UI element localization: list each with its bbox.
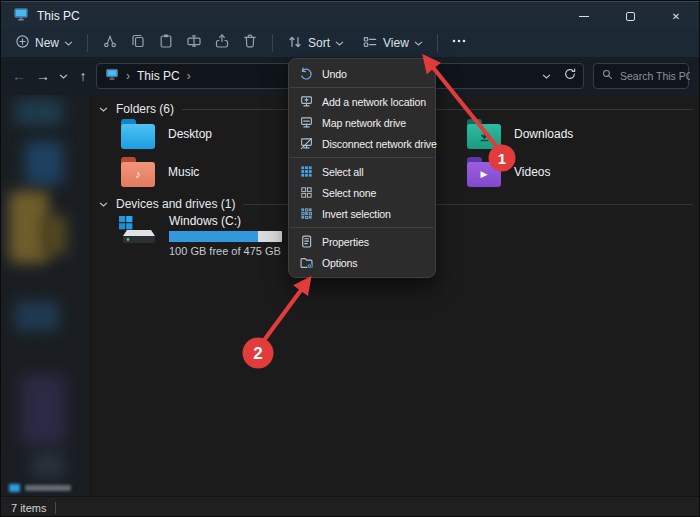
drive-usage-fill — [169, 231, 258, 242]
navigation-pane — [1, 95, 91, 496]
see-more-button[interactable] — [446, 31, 472, 55]
collapse-chevron-icon — [99, 202, 108, 207]
forward-button[interactable]: → — [31, 68, 55, 84]
drive-name: Windows (C:) — [169, 214, 282, 228]
minimize-icon — [579, 16, 589, 17]
blurred-label — [25, 485, 71, 491]
folder-tile-downloads[interactable]: Downloads — [467, 119, 573, 149]
view-icon — [362, 34, 378, 53]
close-icon: ✕ — [672, 11, 680, 22]
group-divider — [182, 109, 693, 110]
drive-capacity-text: 100 GB free of 475 GB — [169, 245, 282, 257]
map-network-drive-icon — [298, 115, 314, 131]
menu-item-invert-selection[interactable]: Invert selection — [289, 203, 435, 224]
plus-circle-icon — [15, 34, 30, 52]
menu-item-select-all[interactable]: Select all — [289, 161, 435, 182]
chevron-down-icon — [335, 41, 344, 46]
cut-button[interactable] — [96, 31, 124, 55]
maximize-button[interactable] — [607, 2, 653, 30]
file-explorer-window: This PC ✕ New Sort View — [0, 0, 700, 517]
copy-icon — [130, 33, 146, 53]
menu-separator — [290, 227, 434, 228]
recent-locations-button[interactable] — [55, 74, 71, 79]
trash-icon — [242, 33, 258, 53]
add-network-location-icon — [298, 94, 314, 110]
toolbar-separator — [272, 34, 273, 52]
view-button-label: View — [383, 36, 409, 50]
rename-icon — [186, 33, 202, 53]
search-box[interactable] — [593, 63, 689, 89]
ellipsis-icon — [451, 33, 467, 53]
minimize-button[interactable] — [561, 2, 607, 30]
delete-button[interactable] — [236, 31, 264, 55]
downloads-folder-icon — [467, 124, 501, 149]
desktop-folder-icon — [121, 124, 155, 149]
menu-item-properties[interactable]: Properties — [289, 231, 435, 252]
paste-icon — [158, 33, 174, 53]
status-bar: 7 items — [1, 496, 699, 517]
blurred-sidebar-item — [31, 451, 65, 479]
blurred-sidebar-item — [15, 301, 59, 331]
rename-button[interactable] — [180, 31, 208, 55]
blurred-sidebar-item — [21, 375, 65, 445]
folder-tile-music[interactable]: ♪ Music — [121, 157, 199, 187]
breadcrumb-chevron: › — [126, 69, 130, 83]
blurred-sidebar-item — [41, 215, 67, 255]
back-button[interactable]: ← — [7, 68, 31, 84]
menu-separator — [290, 87, 434, 88]
folder-tile-videos[interactable]: ▶ Videos — [467, 157, 550, 187]
options-icon — [298, 255, 314, 271]
folder-name: Downloads — [514, 127, 573, 141]
this-pc-icon — [105, 67, 119, 85]
disconnect-network-drive-icon — [298, 136, 314, 152]
share-icon — [214, 33, 230, 53]
music-folder-icon: ♪ — [121, 162, 155, 187]
network-icon — [9, 484, 20, 492]
music-note-icon: ♪ — [135, 169, 141, 180]
breadcrumb[interactable]: This PC — [137, 69, 180, 83]
item-count: 7 items — [11, 502, 46, 514]
invert-selection-icon — [298, 206, 314, 222]
folder-name: Music — [168, 165, 199, 179]
menu-item-options[interactable]: Options — [289, 252, 435, 273]
undo-icon — [298, 66, 314, 82]
new-button-label: New — [35, 36, 59, 50]
paste-button[interactable] — [152, 31, 180, 55]
sort-button[interactable]: Sort — [281, 31, 350, 55]
drive-usage-bar — [169, 231, 282, 242]
blurred-sidebar-item — [25, 141, 63, 185]
new-button[interactable]: New — [9, 31, 79, 55]
folder-name: Desktop — [168, 127, 212, 141]
refresh-button[interactable] — [563, 67, 577, 85]
sort-button-label: Sort — [308, 36, 330, 50]
folder-name: Videos — [514, 165, 550, 179]
view-button[interactable]: View — [356, 31, 429, 55]
menu-item-select-none[interactable]: Select none — [289, 182, 435, 203]
group-label: Devices and drives (1) — [116, 197, 235, 211]
sidebar-item-network[interactable] — [9, 484, 71, 492]
chevron-down-icon — [414, 41, 423, 46]
copy-button[interactable] — [124, 31, 152, 55]
menu-item-map-network-drive[interactable]: Map network drive — [289, 112, 435, 133]
menu-item-add-network-location[interactable]: Add a network location — [289, 91, 435, 112]
blurred-sidebar-item — [15, 99, 63, 125]
window-title: This PC — [37, 9, 80, 23]
select-none-icon — [298, 185, 314, 201]
menu-item-disconnect-network-drive[interactable]: Disconnect network drive — [289, 133, 435, 154]
address-dropdown-icon[interactable] — [542, 74, 551, 79]
play-icon: ▶ — [481, 170, 488, 179]
up-button[interactable]: ↑ — [71, 68, 95, 84]
menu-item-undo[interactable]: Undo — [289, 63, 435, 84]
close-button[interactable]: ✕ — [653, 2, 699, 30]
sort-icon — [287, 34, 303, 53]
menu-separator — [290, 157, 434, 158]
folder-tile-desktop[interactable]: Desktop — [121, 119, 212, 149]
drive-tile-windows-c[interactable]: Windows (C:) 100 GB free of 475 GB — [117, 214, 282, 257]
select-all-icon — [298, 164, 314, 180]
breadcrumb-chevron[interactable]: › — [187, 69, 191, 83]
share-button[interactable] — [208, 31, 236, 55]
titlebar: This PC ✕ — [1, 1, 699, 29]
see-more-menu: Undo Add a network location Map network … — [288, 58, 436, 278]
properties-icon — [298, 234, 314, 250]
search-input[interactable] — [620, 70, 690, 82]
